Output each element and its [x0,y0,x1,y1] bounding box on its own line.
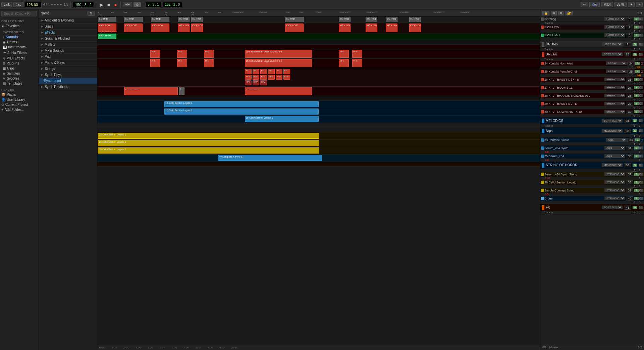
mixer-view-button[interactable]: ⊞ [551,11,557,15]
track-route-26[interactable]: BREAK [604,78,625,81]
clip-sctrigg-7[interactable]: SC Trigg [339,17,351,22]
track-route-35[interactable]: Arps [604,154,625,158]
clip-sctrigg-6[interactable]: SC Trigg [285,17,304,22]
clip-sctrigg-5[interactable]: SC Trigg [191,17,203,22]
track-s-break[interactable]: S [633,53,637,56]
bpm-input[interactable] [25,2,42,7]
track-route-sctrigg[interactable]: HARD BUS [604,17,625,21]
clip-kf-3[interactable]: KF [260,69,267,74]
zoom-out-button[interactable]: − [636,2,643,7]
clip-kf-4[interactable]: KF [268,69,275,74]
track-route-38[interactable]: STRING OF I [604,180,625,184]
zoom-in-button[interactable]: + [628,2,635,7]
cat-grooves[interactable]: ≋ Grooves [0,76,38,81]
clip-pattern-dark[interactable]: || [179,87,184,95]
track-route-28[interactable]: BREAK [604,94,625,97]
clip-pattern-mid[interactable]: ▪▪▪▪▪▪▪▪▪▪▪▪▪▪▪▪ [245,87,312,95]
clip-cello-low-6[interactable]: 16-C [352,59,362,67]
browser-item-synth-lead[interactable]: Synth Lead [39,78,97,84]
clip-kicklow-8[interactable]: KICK LOW [366,24,377,32]
track-route-kicklow[interactable]: HARD BUS [604,25,625,29]
clip-yellow-cello-1[interactable]: 16-Cello Section Legato 1 [98,133,319,139]
clip-kf-6[interactable]: KF [283,69,290,74]
clip-cello-1[interactable]: 16-C [150,50,160,58]
browser-cat-synth-rhythmic[interactable]: ▶ Synth Rhythmic [39,84,97,90]
cat-instruments[interactable]: 🎹 Instruments [0,45,38,50]
track-s-30[interactable]: S [634,110,639,113]
track-s-33[interactable]: S [635,138,640,141]
track-s-drums[interactable]: S [633,43,637,46]
browser-cat-effects[interactable]: ▶ Effects [39,30,97,36]
clip-cello-low-1[interactable]: 16-C [150,59,160,67]
clip-sctrigg-2[interactable]: SC Trigg [124,17,143,22]
mixer-settings-button[interactable]: ⚙ [558,11,564,15]
clip-kfv-2[interactable]: KFV [253,75,259,80]
clip-cello-low-5[interactable]: 16-C [339,59,349,67]
arrangement-canvas[interactable]: SC Trigg SC Trigg SC Trigg SC Trigg SC T… [97,16,540,345]
search-input[interactable] [1,11,37,16]
track-s-sctrigg[interactable]: S [634,17,639,20]
track-s-35[interactable]: S [634,155,639,158]
clip-blue-cello-2[interactable]: 16-Cello Section Legato 1 [164,108,319,115]
tap-button[interactable]: Tap [13,2,23,7]
place-current-project[interactable]: ⊙ Current Project [0,102,38,107]
track-s-40[interactable]: S [634,197,639,200]
browser-sort-button[interactable]: ⇅ [88,11,95,16]
track-s-38[interactable]: S [634,181,639,184]
track-s-fx[interactable]: S [633,206,637,209]
clip-cello-6[interactable]: 16-C [352,50,362,58]
clip-kf-5[interactable]: KF [276,69,282,74]
browser-cat-brass[interactable]: ▶ Brass [39,24,97,30]
clip-cello-low-big[interactable]: 16-Cello Section Lega 16-Cello Se [245,59,312,67]
stop-button[interactable]: ■ [106,1,111,8]
track-s-melodics[interactable]: S [633,119,637,122]
mixer-lock-button[interactable]: 🔒 [542,11,549,15]
track-s-29[interactable]: S [634,102,639,105]
clip-kfv-3[interactable]: KFV [260,75,267,80]
clip-cello-3[interactable]: 16-C [204,50,214,58]
clip-blue-cello-1[interactable]: 16-Cello Section Legato 1 [164,101,319,107]
track-s-24[interactable]: S [635,62,640,65]
browser-cat-piano[interactable]: ▶ Piano & Keys [39,60,97,66]
track-route-30[interactable]: BREAK [604,110,625,114]
browser-cat-pad[interactable]: ▶ Pad [39,54,97,60]
link-button[interactable]: Link [1,2,12,7]
clip-kf-1[interactable]: KF [245,69,252,74]
pencil-button[interactable]: ✏ [581,2,588,7]
track-s-34[interactable]: S [634,146,639,149]
track-s-28[interactable]: S [634,94,639,97]
clip-cello-low-3[interactable]: 16-C [204,59,214,67]
clip-kf-2[interactable]: KF [253,69,259,74]
clip-yellow-cello-3[interactable]: 16-Cello Section Legato 1 [98,147,319,154]
clip-kickhigh[interactable]: KICK HIGH [98,34,116,39]
clip-kicklow-4[interactable]: KICK LOW [178,24,190,32]
track-route-arps[interactable]: MELODICS [602,129,623,133]
clip-kfv-4[interactable]: KFV [268,75,275,80]
track-route-40[interactable]: STRING OF I [604,196,625,200]
browser-cat-synth-keys[interactable]: ▶ Synth Keys [39,72,97,78]
track-route-29[interactable]: BREAK [604,102,625,105]
track-route-34[interactable]: Arps [604,146,625,150]
track-s-kickhigh[interactable]: S [634,34,639,37]
clip-pattern-long[interactable]: ▪▪▪▪▪▪▪▪▪▪▪▪▪▪▪▪▪ [124,87,178,95]
track-s-stringhoror[interactable]: S [633,164,637,167]
track-s-25[interactable]: S [635,70,640,73]
browser-cat-ambient[interactable]: ▶ Ambient & Evolving [39,17,97,24]
clip-kicklow-3[interactable]: KICK LOW [151,24,169,32]
sidebar-item-favorites[interactable]: ★ Favorites [0,24,38,29]
track-route-39[interactable]: STRING OF I [604,188,625,192]
clip-sctrigg-3[interactable]: SC Trigg [151,17,169,22]
clip-sctrigg-1[interactable]: SC Trigg [98,17,116,22]
clip-blue-cello-3[interactable]: 16-Cello Section Legato 1 [245,116,319,122]
track-s-arps[interactable]: S [633,129,637,132]
track-s-27[interactable]: S [634,86,639,89]
cat-templates[interactable]: ▤ Templates [0,81,38,86]
cat-samples[interactable]: ◈ Samples [0,71,38,76]
clip-kicklow-10[interactable]: KICK LOW [409,24,421,32]
clip-kfv-dark-1[interactable]: KFV [245,80,252,85]
track-route-37[interactable]: STRING OF I [604,172,625,176]
track-route-drums[interactable]: HARD BUS [602,42,623,46]
track-route-stringhoror[interactable]: MELODICS [602,163,623,167]
cat-sounds[interactable]: ♪ Sounds [0,35,38,40]
cat-plugins[interactable]: ⊞ Plug-Ins [0,61,38,66]
